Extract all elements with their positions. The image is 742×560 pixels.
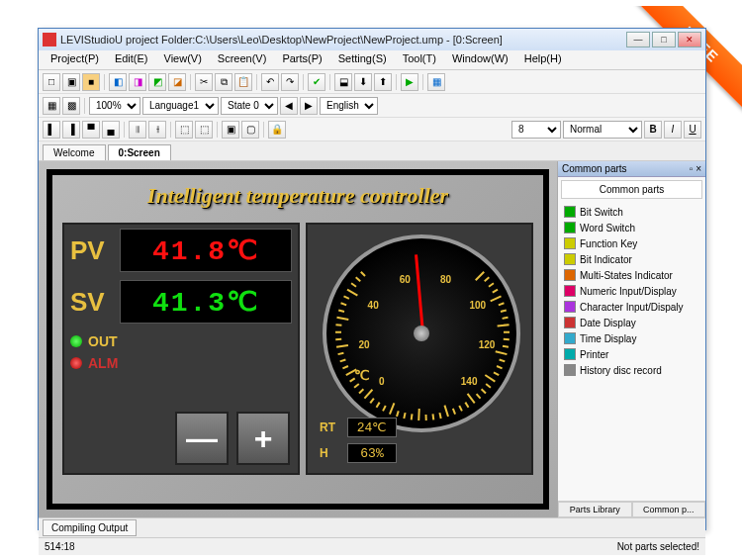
copy-icon[interactable]: ⧉ <box>215 73 232 91</box>
alm-label: ALM <box>88 355 118 371</box>
maximize-button[interactable]: □ <box>652 32 676 47</box>
tool-icon[interactable]: ◨ <box>129 73 146 91</box>
paste-icon[interactable]: 📋 <box>234 73 252 91</box>
part-label: Function Key <box>580 238 637 249</box>
rt-label: RT <box>320 420 341 434</box>
group-icon[interactable]: ⬚ <box>175 121 193 139</box>
align-icon[interactable]: ▌ <box>43 121 60 139</box>
part-item[interactable]: Function Key <box>560 235 703 251</box>
out-led-icon <box>70 335 82 347</box>
cut-icon[interactable]: ✂ <box>195 73 213 91</box>
gauge-mark: 120 <box>479 338 496 349</box>
menu-project[interactable]: Project(P) <box>43 50 107 69</box>
pv-label: PV <box>70 235 114 266</box>
screen-tab[interactable]: 0:Screen <box>108 144 171 160</box>
screen-tabs: Welcome0:Screen <box>39 141 705 161</box>
part-label: History disc record <box>580 365 662 376</box>
download-icon[interactable]: ⬇ <box>354 73 372 91</box>
minimize-button[interactable]: — <box>626 32 650 47</box>
part-item[interactable]: Time Display <box>560 330 703 346</box>
part-icon <box>564 206 576 218</box>
part-icon <box>564 332 576 344</box>
menu-setting[interactable]: Setting(S) <box>330 50 395 69</box>
part-item[interactable]: Bit Switch <box>560 204 703 220</box>
toolbar-2: ▦ ▩ 100% Language1 State 0 ◀ ▶ English <box>39 94 705 118</box>
work-area: Intelligent temperature controller PV 41… <box>39 161 705 517</box>
check-icon[interactable]: ✔ <box>308 73 325 91</box>
menu-edit[interactable]: Edit(E) <box>107 50 156 69</box>
front-icon[interactable]: ▣ <box>222 121 239 139</box>
part-item[interactable]: Bit Indicator <box>560 251 703 267</box>
hmi-screen: Intelligent temperature controller PV 41… <box>46 169 549 510</box>
distribute-icon[interactable]: ⫲ <box>148 121 166 139</box>
align-icon[interactable]: ▄ <box>102 121 120 139</box>
build-icon[interactable]: ⬓ <box>334 73 352 91</box>
align-icon[interactable]: ▀ <box>82 121 100 139</box>
gauge-mark: 60 <box>400 274 411 285</box>
run-icon[interactable]: ▶ <box>401 73 418 91</box>
prev-state-icon[interactable]: ◀ <box>280 97 298 115</box>
state-select[interactable]: State 0 <box>221 97 278 115</box>
part-item[interactable]: Word Switch <box>560 220 703 235</box>
redo-icon[interactable]: ↷ <box>281 73 299 91</box>
common-parts-tab[interactable]: Common p... <box>632 502 706 517</box>
app-window: LEVIStudioU project Folder:C:\Users\Leo\… <box>38 28 706 530</box>
parts-library-tab[interactable]: Parts Library <box>558 502 632 517</box>
tool-icon[interactable]: ◧ <box>109 73 127 91</box>
menu-window[interactable]: Window(W) <box>444 50 516 69</box>
part-item[interactable]: Date Display <box>560 315 703 330</box>
design-canvas[interactable]: Intelligent temperature controller PV 41… <box>39 161 557 517</box>
language-select[interactable]: Language1 <box>142 97 219 115</box>
pv-display: 41.8℃ <box>120 229 292 272</box>
back-icon[interactable]: ▢ <box>241 121 259 139</box>
panel-pin-icon[interactable]: ▫ × <box>690 163 701 174</box>
screen-tab[interactable]: Welcome <box>43 144 106 160</box>
part-icon <box>564 364 576 376</box>
h-display: 63% <box>347 443 397 463</box>
part-item[interactable]: Multi-States Indicator <box>560 267 703 283</box>
ungroup-icon[interactable]: ⬚ <box>195 121 213 139</box>
upload-icon[interactable]: ⬆ <box>374 73 392 91</box>
plus-button[interactable]: + <box>236 412 290 465</box>
distribute-icon[interactable]: ⫴ <box>129 121 146 139</box>
zoom-select[interactable]: 100% <box>89 97 140 115</box>
bold-icon[interactable]: B <box>644 121 662 139</box>
part-item[interactable]: Numeric Input/Display <box>560 283 703 299</box>
menu-parts[interactable]: Parts(P) <box>274 50 329 69</box>
save-icon[interactable]: ■ <box>82 73 100 91</box>
underline-icon[interactable]: U <box>684 121 701 139</box>
window-icon[interactable]: ▦ <box>427 73 445 91</box>
part-item[interactable]: Printer <box>560 346 703 362</box>
gauge-mark: 100 <box>469 299 486 310</box>
open-icon[interactable]: ▣ <box>62 73 80 91</box>
part-item[interactable]: History disc record <box>560 362 703 378</box>
part-label: Word Switch <box>580 223 635 233</box>
lang2-select[interactable]: English <box>320 97 378 115</box>
part-label: Bit Indicator <box>580 254 632 265</box>
menu-help[interactable]: Help(H) <box>516 50 570 69</box>
fontsize-select[interactable]: 8 <box>511 121 561 139</box>
menu-tool[interactable]: Tool(T) <box>395 50 444 69</box>
align-icon[interactable]: ▐ <box>62 121 80 139</box>
tool-icon[interactable]: ◩ <box>148 73 166 91</box>
undo-icon[interactable]: ↶ <box>261 73 279 91</box>
part-item[interactable]: Character Input/Dispaly <box>560 299 703 315</box>
common-parts-panel: Common parts ▫ × Common parts Bit Switch… <box>557 161 705 517</box>
part-label: Bit Switch <box>580 207 623 218</box>
gauge-needle-icon <box>415 254 424 333</box>
next-state-icon[interactable]: ▶ <box>300 97 318 115</box>
menu-screen[interactable]: Screen(V) <box>210 50 275 69</box>
hmi-title: Intelligent temperature controller <box>52 183 543 209</box>
snap-icon[interactable]: ▩ <box>62 97 80 115</box>
minus-button[interactable]: — <box>175 412 229 465</box>
tool-icon[interactable]: ◪ <box>168 73 186 91</box>
grid-icon[interactable]: ▦ <box>43 97 60 115</box>
compiling-output-tab[interactable]: Compiling Output <box>43 519 137 536</box>
menu-view[interactable]: View(V) <box>156 50 210 69</box>
lock-icon[interactable]: 🔒 <box>268 121 286 139</box>
close-button[interactable]: ✕ <box>678 32 701 47</box>
fontstyle-select[interactable]: Normal <box>563 121 642 139</box>
new-icon[interactable]: □ <box>43 73 60 91</box>
side-header: Common parts <box>561 180 702 199</box>
italic-icon[interactable]: I <box>664 121 682 139</box>
